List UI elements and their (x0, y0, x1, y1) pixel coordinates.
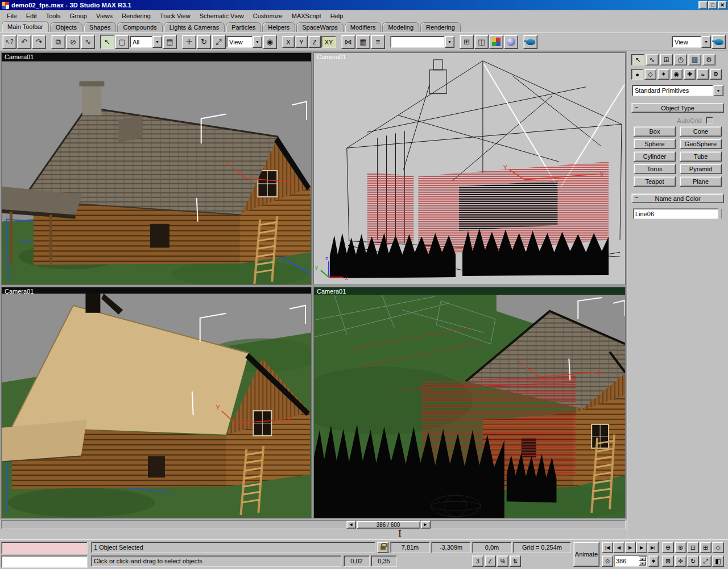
menu-track-view[interactable]: Track View (155, 11, 195, 20)
tab-main-toolbar[interactable]: Main Toolbar (2, 21, 49, 32)
spin-down-icon[interactable]: ▼ (639, 561, 646, 566)
box-button[interactable]: Box (634, 126, 676, 137)
tab-rendering[interactable]: Rendering (420, 22, 461, 32)
pyramid-button[interactable]: Pyramid (680, 164, 722, 174)
menu-file[interactable]: File (2, 11, 22, 20)
cameras-category-button[interactable]: ◉ (671, 69, 682, 80)
spin-up-icon[interactable]: ▲ (639, 556, 646, 561)
shapes-category-button[interactable]: ◇ (644, 69, 656, 80)
field-of-view-button[interactable]: ◇ (712, 542, 724, 553)
chevron-down-icon[interactable]: ▼ (253, 36, 262, 48)
region-zoom-button[interactable]: ⊠ (662, 555, 674, 567)
torus-button[interactable]: Torus (634, 164, 676, 174)
viewport-top-left[interactable]: Camera01 (1, 52, 312, 285)
time-slider-next-button[interactable]: ▶ (421, 521, 431, 529)
hierarchy-tab[interactable]: ⊞ (660, 54, 673, 65)
align-button[interactable]: ≡ (371, 35, 385, 49)
min-max-toggle-button[interactable]: ⤢ (700, 555, 712, 567)
motion-tab[interactable]: ◷ (674, 54, 687, 65)
geometry-category-button[interactable]: ● (631, 69, 643, 80)
restrict-xy-plane-button[interactable]: XY (321, 36, 336, 48)
maximize-button[interactable]: □ (708, 1, 717, 9)
unlink-selection-button[interactable]: ⊘ (66, 35, 80, 49)
tab-modeling[interactable]: Modeling (382, 22, 419, 32)
menu-tools[interactable]: Tools (42, 11, 65, 20)
array-button[interactable]: ▦ (356, 35, 370, 49)
menu-group[interactable]: Group (65, 11, 92, 20)
restrict-y-button[interactable]: Y (295, 36, 308, 48)
select-and-link-button[interactable]: ⧉ (51, 35, 65, 49)
animate-button[interactable]: Animate (573, 542, 599, 567)
chevron-down-icon[interactable]: ▼ (701, 36, 711, 48)
percent-snap-button[interactable]: % (497, 555, 508, 567)
object-color-swatch[interactable] (721, 209, 722, 219)
select-object-button[interactable]: ↖ (100, 35, 114, 49)
create-tab[interactable]: ↖ (631, 54, 644, 65)
selection-filter-dropdown[interactable]: All ▼ (130, 36, 162, 48)
zoom-all-button[interactable]: ⊛ (675, 542, 686, 553)
render-last-button[interactable] (712, 35, 726, 49)
menu-views[interactable]: Views (92, 11, 117, 20)
key-mode-toggle-button[interactable]: ⊙ (602, 555, 613, 567)
pan-button[interactable]: ✛ (675, 555, 686, 567)
menu-maxscript[interactable]: MAXScript (287, 11, 326, 20)
viewport-bottom-right[interactable]: Camera01 (313, 287, 626, 518)
snap-toggle-button[interactable]: 3 (472, 555, 483, 567)
current-frame-input[interactable] (615, 556, 639, 566)
reference-coordinate-dropdown[interactable]: View ▼ (226, 36, 262, 48)
undo-button[interactable]: ↶ (17, 35, 31, 49)
open-trackview-button[interactable]: ⊞ (460, 35, 474, 49)
selection-lock-button[interactable] (377, 542, 388, 553)
viewport-label[interactable]: Camera01 (317, 53, 346, 60)
close-button[interactable]: ✕ (718, 1, 727, 9)
modify-tab[interactable]: ∿ (646, 54, 659, 65)
render-scene-button[interactable] (523, 35, 537, 49)
menu-help[interactable]: Help (326, 11, 348, 20)
cylinder-button[interactable]: Cylinder (634, 151, 676, 162)
isolate-view-button[interactable]: ◧ (712, 555, 724, 567)
color-palette-button[interactable] (489, 35, 503, 49)
spinner-snap-button[interactable]: ⇅ (510, 555, 521, 567)
region-select-button[interactable]: ▢ (115, 35, 129, 49)
chevron-down-icon[interactable]: ▼ (152, 36, 162, 48)
zoom-extents-button[interactable]: ⊡ (687, 542, 699, 553)
select-by-name-button[interactable]: ▤ (163, 35, 177, 49)
tab-particles[interactable]: Particles (226, 22, 261, 32)
viewport-label[interactable]: Camera01 (5, 288, 34, 295)
tube-button[interactable]: Tube (680, 151, 722, 162)
menu-customize[interactable]: Customize (249, 11, 287, 20)
minimize-button[interactable]: _ (698, 1, 708, 9)
tab-modifiers[interactable]: Modifiers (345, 22, 382, 32)
plane-button[interactable]: Plane (680, 176, 722, 187)
render-type-dropdown[interactable]: View ▼ (672, 36, 711, 48)
menu-rendering[interactable]: Rendering (117, 11, 155, 20)
menu-edit[interactable]: Edit (22, 11, 42, 20)
tab-objects[interactable]: Objects (50, 22, 82, 32)
restrict-x-button[interactable]: X (282, 36, 295, 48)
sphere-button[interactable]: Sphere (634, 139, 676, 149)
chevron-down-icon[interactable]: ▼ (445, 36, 454, 48)
cone-button[interactable]: Cone (680, 126, 722, 137)
previous-frame-button[interactable]: ◀ (613, 542, 624, 553)
angle-snap-button[interactable]: ∠ (485, 555, 496, 567)
select-and-scale-button[interactable]: ⤢ (212, 35, 226, 49)
time-slider-track[interactable]: ◀ 386 / 600 ▶ (1, 520, 626, 529)
help-mode-button[interactable]: ↖? (2, 35, 16, 49)
display-tab[interactable]: ▥ (688, 54, 701, 65)
maxscript-mini-listener-macro[interactable] (1, 542, 88, 554)
primitive-category-dropdown[interactable]: Standard Primitives ▼ (632, 85, 723, 96)
material-editor-button[interactable] (504, 35, 518, 49)
helpers-category-button[interactable]: ✚ (684, 69, 696, 80)
chevron-down-icon[interactable]: ▼ (713, 85, 723, 96)
lights-category-button[interactable]: ✦ (657, 69, 669, 80)
next-key-button[interactable]: ✱ (648, 555, 659, 567)
tab-lights-cameras[interactable]: Lights & Cameras (164, 22, 225, 32)
zoom-button[interactable]: ⊕ (662, 542, 674, 553)
viewport-label[interactable]: Camera01 (5, 53, 34, 60)
utilities-tab[interactable]: ⚙ (702, 54, 715, 65)
zoom-extents-all-button[interactable]: ⊞ (700, 542, 712, 553)
tab-compounds[interactable]: Compounds (117, 22, 162, 32)
go-to-end-button[interactable]: ▶| (647, 542, 659, 553)
select-and-move-button[interactable]: ✛ (182, 35, 196, 49)
next-frame-button[interactable]: ▶ (636, 542, 647, 553)
